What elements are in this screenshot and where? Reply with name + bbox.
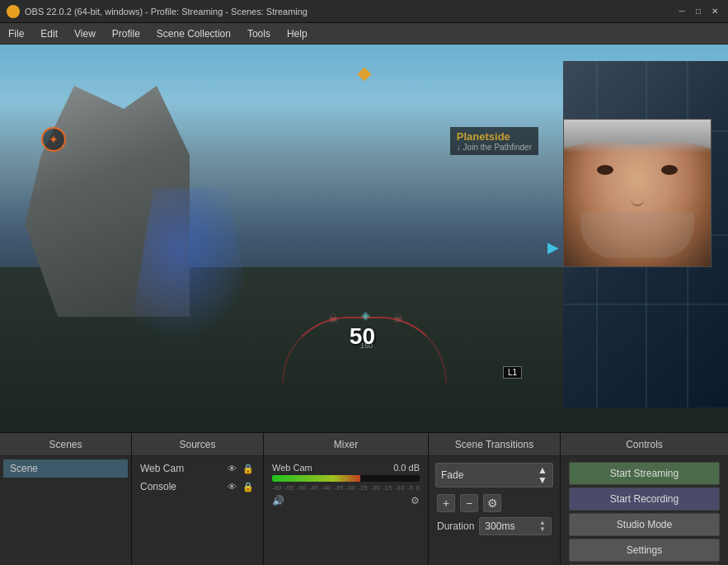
transitions-panel: Scene Transitions Fade ▲▼ + − ⚙ Duration… (429, 433, 561, 565)
volume-fill (272, 475, 360, 482)
preview-area: ▶ ☠ ◈ ☠ 50 150 ✦ Planetside ↓ Join the P… (0, 45, 728, 432)
sources-header: Sources (132, 433, 263, 456)
menu-file[interactable]: File (0, 23, 32, 44)
source-visible-icon-console[interactable]: 👁 (225, 480, 238, 493)
app-icon (7, 5, 20, 18)
controls-header: Controls (561, 433, 728, 456)
webcam-overlay (563, 119, 712, 267)
transition-arrows: ▲▼ (538, 465, 547, 485)
duration-value: 300ms (485, 520, 514, 532)
transition-type-label: Fade (441, 469, 463, 481)
scenes-header: Scenes (0, 433, 131, 456)
waypoint-marker (359, 69, 369, 81)
mixer-content: Web Cam 0.0 dB -60-55-50-45-40-35-30-25-… (264, 456, 428, 565)
mixer-top-row: Web Cam 0.0 dB (272, 463, 420, 473)
minimize-button[interactable]: ─ (675, 5, 688, 18)
sources-panel: Sources Web Cam 👁 🔒 Console 👁 🔒 (132, 433, 264, 565)
maximize-button[interactable]: □ (692, 5, 705, 18)
menu-view[interactable]: View (66, 23, 104, 44)
controls-content: Start Streaming Start Recording Studio M… (561, 456, 728, 565)
title-bar: OBS 22.0.2 (64-bit, windows) - Profile: … (0, 0, 728, 23)
settings-button[interactable]: Settings (569, 539, 720, 562)
close-button[interactable]: ✕ (708, 5, 721, 18)
duration-select[interactable]: 300ms ▲▼ (479, 517, 552, 535)
character-area (66, 127, 379, 432)
direction-arrow: ▶ (547, 238, 559, 257)
add-transition-button[interactable]: + (437, 494, 455, 512)
duration-row: Duration 300ms ▲▼ (432, 516, 557, 537)
sources-content: Web Cam 👁 🔒 Console 👁 🔒 (132, 456, 263, 565)
transition-type-select[interactable]: Fade ▲▼ (435, 463, 553, 487)
scene-item-streaming[interactable]: Scene (3, 459, 128, 478)
source-item-console[interactable]: Console 👁 🔒 (135, 478, 260, 496)
menu-profile[interactable]: Profile (104, 23, 148, 44)
game-subtitle: ↓ Join the Pathfinder (457, 143, 532, 152)
bottom-panel: Scenes Scene Sources Web Cam 👁 🔒 Console… (0, 432, 728, 565)
duration-arrows: ▲▼ (539, 520, 546, 533)
source-label-console: Console (140, 481, 176, 492)
source-lock-icon[interactable]: 🔒 (242, 462, 255, 475)
source-item-webcam[interactable]: Web Cam 👁 🔒 (135, 459, 260, 478)
mixer-controls: 🔊 ⚙ (272, 495, 420, 506)
scenes-content: Scene (0, 456, 131, 565)
transition-buttons: + − ⚙ (432, 491, 557, 516)
mixer-webcam-label: Web Cam (272, 463, 312, 473)
window-controls: ─ □ ✕ (675, 5, 721, 18)
transition-settings-button[interactable]: ⚙ (483, 494, 501, 512)
source-label-webcam: Web Cam (140, 463, 184, 474)
mixer-webcam-db: 0.0 dB (393, 463, 420, 473)
volume-meter (272, 475, 420, 482)
hud-l1-indicator: L1 (503, 366, 522, 379)
menu-edit[interactable]: Edit (32, 23, 66, 44)
mixer-gear-button[interactable]: ⚙ (411, 495, 420, 506)
menu-bar: File Edit View Profile Scene Collection … (0, 23, 728, 45)
game-title-overlay: Planetside ↓ Join the Pathfinder (450, 127, 538, 155)
mixer-item-webcam: Web Cam 0.0 dB -60-55-50-45-40-35-30-25-… (267, 459, 425, 510)
menu-help[interactable]: Help (279, 23, 316, 44)
menu-scene-collection[interactable]: Scene Collection (148, 23, 239, 44)
source-console-icons: 👁 🔒 (225, 480, 255, 493)
mixer-panel: Mixer Web Cam 0.0 dB -60-55-50-45-40-35-… (264, 433, 429, 565)
source-lock-icon-console[interactable]: 🔒 (242, 480, 255, 493)
faction-icon: ✦ (41, 127, 66, 152)
remove-transition-button[interactable]: − (460, 494, 478, 512)
source-visible-icon[interactable]: 👁 (225, 462, 238, 475)
scenes-panel: Scenes Scene (0, 433, 132, 565)
webcam-feed (564, 120, 711, 266)
game-title: Planetside (457, 130, 532, 143)
start-streaming-button[interactable]: Start Streaming (569, 462, 720, 485)
source-webcam-icons: 👁 🔒 (225, 462, 255, 475)
controls-panel: Controls Start Streaming Start Recording… (561, 433, 728, 565)
duration-label: Duration (437, 520, 474, 532)
mixer-header: Mixer (264, 433, 428, 456)
window-title: OBS 22.0.2 (64-bit, windows) - Profile: … (25, 7, 675, 16)
menu-tools[interactable]: Tools (239, 23, 279, 44)
start-recording-button[interactable]: Start Recording (569, 487, 720, 511)
transitions-content: Fade ▲▼ + − ⚙ Duration 300ms ▲▼ (429, 456, 560, 565)
volume-scale: -60-55-50-45-40-35-30-25-20-15-10-50 (272, 484, 420, 492)
transitions-header: Scene Transitions (429, 433, 560, 456)
studio-mode-button[interactable]: Studio Mode (569, 513, 720, 536)
mute-button[interactable]: 🔊 (272, 495, 284, 506)
